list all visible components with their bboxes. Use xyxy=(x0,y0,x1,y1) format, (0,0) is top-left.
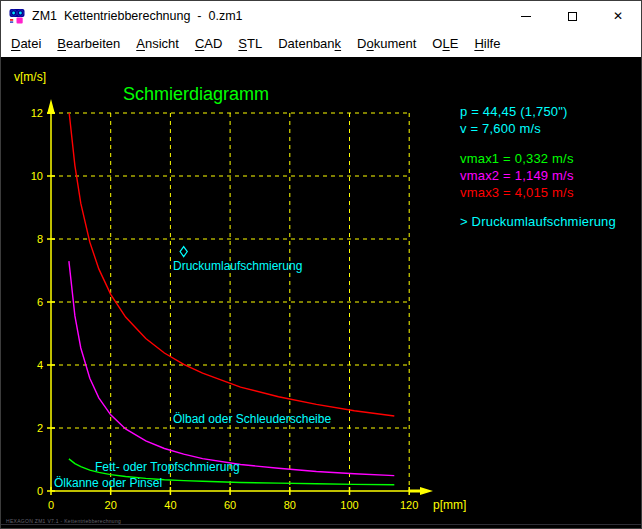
window-controls: ✕ xyxy=(503,1,641,31)
app-window: ZM1 Kettentriebberechnung - 0.zm1 ✕ Date… xyxy=(0,0,642,529)
x-tick-label-0: 0 xyxy=(31,499,71,511)
y-tick-label-0: 0 xyxy=(13,485,43,497)
menu-item-datei[interactable]: Datei xyxy=(3,32,49,55)
menu-item-bearbeiten[interactable]: Bearbeiten xyxy=(49,32,128,55)
chart-client-area: Schmierdiagrammv[m/s]p[mm]Druckumlaufsch… xyxy=(1,57,642,529)
menu-item-dokument[interactable]: Dokument xyxy=(349,32,424,55)
region-label-fett: Fett- oder Tropfschmierung xyxy=(95,461,240,474)
title-bar[interactable]: ZM1 Kettentriebberechnung - 0.zm1 ✕ xyxy=(1,1,641,31)
close-icon: ✕ xyxy=(613,10,623,22)
menu-item-cad[interactable]: CAD xyxy=(187,32,230,55)
result-line-2: vmax1 = 0,332 m/s xyxy=(460,151,574,166)
close-button[interactable]: ✕ xyxy=(595,1,641,31)
menu-item-datenbank[interactable]: Datenbank xyxy=(270,32,349,55)
operating-point-marker xyxy=(180,247,187,257)
y-tick-label-2: 2 xyxy=(13,422,43,434)
x-tick-label-60: 60 xyxy=(210,499,250,511)
menu-item-ansicht[interactable]: Ansicht xyxy=(128,32,187,55)
result-line-3: vmax2 = 1,149 m/s xyxy=(460,168,574,183)
region-label-druckumlaufschmierung: Druckumlaufschmierung xyxy=(173,260,302,273)
maximize-button[interactable] xyxy=(549,1,595,31)
menu-bar: DateiBearbeitenAnsichtCADSTLDatenbankDok… xyxy=(1,31,641,57)
menu-item-stl[interactable]: STL xyxy=(230,32,270,55)
result-line-1: v = 7,600 m/s xyxy=(460,121,541,136)
y-tick-label-8: 8 xyxy=(13,233,43,245)
x-axis-label: p[mm] xyxy=(433,499,466,512)
app-icon xyxy=(9,8,25,24)
x-tick-label-80: 80 xyxy=(270,499,310,511)
x-tick-label-20: 20 xyxy=(91,499,131,511)
region-label-oelkanne: Ölkanne oder Pinsel xyxy=(54,477,162,490)
menu-item-ole[interactable]: OLE xyxy=(424,32,466,55)
result-line-5: > Druckumlaufschmierung xyxy=(460,214,616,229)
result-line-0: p = 44,45 (1,750") xyxy=(460,104,568,119)
x-tick-label-120: 120 xyxy=(389,499,429,511)
chart-title: Schmierdiagramm xyxy=(123,85,269,105)
menu-item-hilfe[interactable]: Hilfe xyxy=(466,32,508,55)
minimize-button[interactable] xyxy=(503,1,549,31)
y-tick-label-6: 6 xyxy=(13,296,43,308)
curve-vmax2-oelbad-grenze xyxy=(69,261,394,476)
chart-canvas xyxy=(1,57,642,529)
window-title: ZM1 Kettentriebberechnung - 0.zm1 xyxy=(32,9,503,23)
y-tick-label-12: 12 xyxy=(13,107,43,119)
y-tick-label-4: 4 xyxy=(13,359,43,371)
y-tick-label-10: 10 xyxy=(13,170,43,182)
bottom-edge-divider xyxy=(1,524,642,525)
y-axis-label: v[m/s] xyxy=(14,71,46,84)
maximize-icon xyxy=(568,12,577,21)
x-tick-label-100: 100 xyxy=(330,499,370,511)
region-label-oelbad: Ölbad oder Schleuderscheibe xyxy=(173,413,331,426)
minimize-icon xyxy=(521,16,531,17)
result-line-4: vmax3 = 4,015 m/s xyxy=(460,185,574,200)
x-tick-label-40: 40 xyxy=(150,499,190,511)
